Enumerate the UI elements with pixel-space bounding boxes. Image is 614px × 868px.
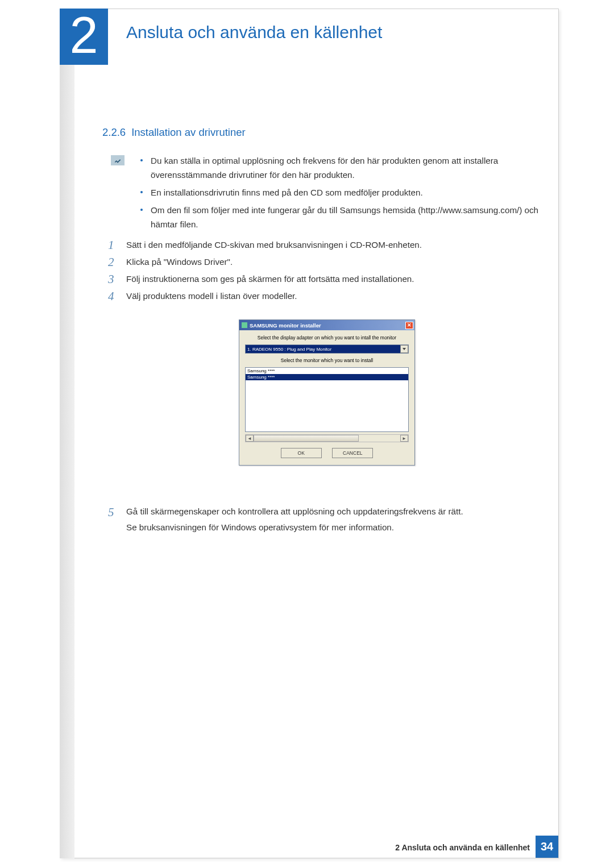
footer: 2 Ansluta och använda en källenhet 34 — [60, 837, 558, 858]
step-2: 2Klicka på "Windows Driver". — [108, 255, 546, 269]
scroll-right-button[interactable]: ► — [400, 435, 408, 442]
section-heading: 2.2.6Installation av drivrutiner — [102, 126, 246, 139]
step-text: Gå till skärmegenskaper och kontrollera … — [126, 504, 546, 520]
installer-body: Select the display adapter on which you … — [239, 330, 414, 465]
titlebar-text: SAMSUNG monitor installer — [250, 322, 405, 329]
step-text: Klicka på "Windows Driver". — [126, 257, 233, 267]
installer-dialog: SAMSUNG monitor installer ✕ Select the d… — [239, 319, 415, 466]
step-3: 3Följ instruktionerna som ges på skärmen… — [108, 272, 546, 286]
step-text: Se bruksanvisningen för Windows operativ… — [126, 520, 546, 535]
list-item[interactable]: Samsung **** — [246, 374, 408, 380]
cancel-button[interactable]: CANCEL — [332, 448, 373, 458]
note-item: En installationsdrivrutin finns med på d… — [138, 185, 549, 200]
step-1: 1Sätt i den medföljande CD-skivan med br… — [108, 238, 546, 252]
adapter-label: Select the display adapter on which you … — [245, 335, 409, 340]
scroll-thumb[interactable] — [254, 435, 359, 442]
note-item: Du kan ställa in optimal upplösning och … — [138, 153, 549, 182]
adapter-selected: 1. RADEON 9550 : Plug and Play Monitor — [246, 347, 331, 352]
page-number: 34 — [536, 836, 558, 858]
titlebar[interactable]: SAMSUNG monitor installer ✕ — [239, 320, 414, 330]
horizontal-scrollbar[interactable]: ◄ ► — [245, 434, 409, 442]
close-button[interactable]: ✕ — [405, 322, 413, 329]
note-block: Du kan ställa in optimal upplösning och … — [111, 153, 549, 235]
left-stripe — [60, 9, 74, 858]
button-row: OK CANCEL — [245, 448, 409, 458]
section-number: 2.2.6 — [102, 126, 126, 138]
monitor-list[interactable]: Samsung **** Samsung **** — [245, 367, 409, 432]
step-number: 5 — [108, 501, 114, 524]
note-icon — [111, 155, 125, 165]
step-4: 4Välj produktens modell i listan över mo… — [108, 289, 546, 304]
list-item[interactable]: Samsung **** — [246, 368, 408, 374]
scroll-left-button[interactable]: ◄ — [246, 435, 254, 442]
chevron-down-icon — [403, 348, 406, 350]
step-5: 5 Gå till skärmegenskaper och kontroller… — [108, 504, 546, 535]
adapter-select[interactable]: 1. RADEON 9550 : Plug and Play Monitor — [245, 344, 409, 354]
step-text: Välj produktens modell i listan över mod… — [126, 291, 297, 301]
chapter-badge: 2 — [60, 9, 108, 65]
note-item: Om den fil som följer med inte fungerar … — [138, 203, 549, 231]
note-list: Du kan ställa in optimal upplösning och … — [138, 153, 549, 231]
section-title: Installation av drivrutiner — [131, 126, 246, 138]
app-icon — [242, 322, 247, 328]
step-text: Sätt i den medföljande CD-skivan med bru… — [126, 240, 422, 250]
dropdown-button[interactable] — [400, 345, 408, 353]
chapter-number: 2 — [69, 10, 98, 61]
footer-text: 2 Ansluta och använda en källenhet — [395, 843, 530, 852]
ok-button[interactable]: OK — [281, 448, 322, 458]
monitor-label: Select the monitor which you want to ins… — [245, 358, 409, 363]
step-text: Följ instruktionerna som ges på skärmen … — [126, 274, 414, 284]
step-number: 4 — [108, 286, 114, 307]
steps-list: 1Sätt i den medföljande CD-skivan med br… — [108, 238, 546, 305]
chapter-title: Ansluta och använda en källenhet — [126, 23, 382, 42]
